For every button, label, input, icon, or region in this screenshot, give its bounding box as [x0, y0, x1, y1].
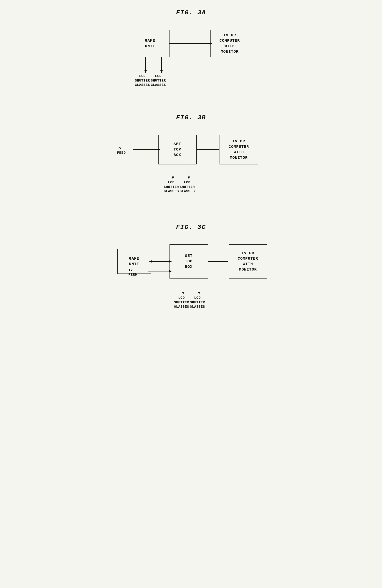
figure-3c-section: FIG. 3C GAMEUNIT SETTOPBOX TV ORCOMPUTER… [89, 224, 293, 319]
figure-3a-section: FIG. 3A GAMEUNIT TV ORCOMPUTERWITHMONITO… [89, 9, 293, 96]
set-top-box-c-box: SETTOPBOX [170, 244, 208, 278]
tv-monitor-a-box: TV ORCOMPUTERWITHMONITOR [210, 30, 249, 57]
svg-marker-3 [144, 70, 147, 73]
tv-monitor-b-box: TV ORCOMPUTERWITHMONITOR [220, 135, 258, 165]
lcd-glasses-label-b1: LCDSHUTTERGLASSES [164, 180, 179, 194]
lcd-glasses-label-a2: LCDSHUTTERGLASSES [151, 74, 166, 87]
tv-monitor-c-box: TV ORCOMPUTERWITHMONITOR [229, 244, 267, 278]
tv-feed-label-c: TVFEED [129, 268, 137, 277]
lcd-glasses-label-a1: LCDSHUTTERGLASSES [135, 74, 150, 87]
fig3a-title: FIG. 3A [176, 9, 206, 16]
svg-marker-20 [182, 292, 184, 294]
svg-marker-5 [160, 70, 163, 73]
page-container: FIG. 3A GAMEUNIT TV ORCOMPUTERWITHMONITO… [89, 9, 293, 338]
svg-marker-22 [198, 292, 200, 294]
svg-marker-10 [172, 176, 174, 179]
lcd-glasses-label-b2: LCDSHUTTERGLASSES [180, 180, 195, 194]
fig3c-title: FIG. 3C [176, 224, 206, 231]
fig3c-diagram: GAMEUNIT SETTOPBOX TV ORCOMPUTERWITHMONI… [106, 237, 276, 319]
tv-feed-label-b: TVFEED [117, 146, 126, 155]
fig3a-diagram: GAMEUNIT TV ORCOMPUTERWITHMONITOR LCDSHU… [106, 23, 276, 96]
lcd-glasses-label-c1: LCDSHUTTERGLASSES [174, 296, 189, 309]
set-top-box-b-box: SETTOPBOX [158, 135, 197, 165]
fig3b-title: FIG. 3B [176, 114, 206, 121]
lcd-glasses-label-c2: LCDSHUTTERGLASSES [190, 296, 205, 309]
svg-marker-12 [188, 176, 190, 179]
figure-3b-section: FIG. 3B SETTOPBOX TV ORCOMPUTERWITHMONIT… [89, 114, 293, 205]
fig3b-diagram: SETTOPBOX TV ORCOMPUTERWITHMONITOR [106, 128, 276, 205]
game-unit-box: GAMEUNIT [131, 30, 170, 57]
